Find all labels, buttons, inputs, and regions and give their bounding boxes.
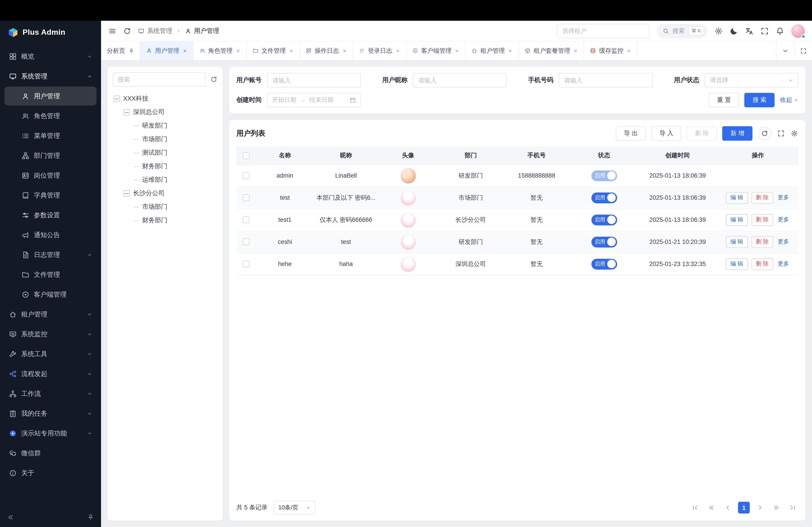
status-switch[interactable]: 启用 xyxy=(591,192,617,203)
status-switch[interactable]: 启用 xyxy=(591,170,617,181)
tab-loginlog[interactable]: 登录日志 xyxy=(353,42,406,60)
row-checkbox[interactable] xyxy=(243,261,249,268)
more-button[interactable]: 更多 xyxy=(777,192,790,204)
delete-row-button[interactable]: 删 除 xyxy=(751,192,773,204)
avatar[interactable] xyxy=(791,24,805,37)
close-icon[interactable] xyxy=(236,48,240,53)
tree-expander[interactable] xyxy=(124,109,130,116)
refresh-page-button[interactable] xyxy=(123,27,131,35)
tree-node[interactable]: 深圳总公司 xyxy=(113,105,217,119)
sidebar-item-param[interactable]: 参数设置 xyxy=(4,206,97,225)
collapse-sidebar-button[interactable] xyxy=(7,514,14,521)
sidebar-item-dict[interactable]: 字典管理 xyxy=(4,186,97,205)
tab-fullscreen-button[interactable] xyxy=(794,42,812,60)
tree-node[interactable]: 长沙分公司 xyxy=(113,187,217,200)
tree-node[interactable]: 财务部门 xyxy=(113,160,217,173)
prev-page-button[interactable] xyxy=(722,502,734,513)
sidebar-item-user[interactable]: 用户管理 xyxy=(4,87,97,105)
close-icon[interactable] xyxy=(289,48,293,53)
sidebar-item-system[interactable]: 系统管理 xyxy=(4,67,97,86)
tree-node[interactable]: 市场部门 xyxy=(113,200,217,214)
tab-file[interactable]: 文件管理 xyxy=(247,42,300,60)
fullscreen-table-button[interactable] xyxy=(777,130,785,137)
tree-node[interactable]: 市场部门 xyxy=(113,133,217,146)
theme-toggle-button[interactable] xyxy=(730,27,738,35)
delete-row-button[interactable]: 删 除 xyxy=(751,258,773,270)
tab-redis[interactable]: 缓存监控 xyxy=(584,42,637,60)
table-settings-button[interactable] xyxy=(791,130,798,137)
tab-overflow-button[interactable] xyxy=(776,42,794,60)
tab-user[interactable]: 用户管理 xyxy=(140,42,193,60)
first-page-button[interactable] xyxy=(689,502,701,513)
close-icon[interactable] xyxy=(455,48,459,53)
sidebar-item-wechat[interactable]: 微信群 xyxy=(4,443,97,463)
sidebar-item-about[interactable]: 关于 xyxy=(4,464,97,482)
settings-button[interactable] xyxy=(714,27,723,35)
delete-button[interactable]: 删 除 xyxy=(687,126,717,141)
date-range-picker[interactable]: 开始日期 → 结束日期 xyxy=(267,93,361,107)
sidebar-item-demo[interactable]: 演示站专用功能 xyxy=(4,424,97,443)
close-icon[interactable] xyxy=(183,48,187,53)
tree-expander[interactable] xyxy=(124,190,130,197)
sidebar-item-overview[interactable]: 概览 xyxy=(4,47,97,66)
tab-package[interactable]: 租户套餐管理 xyxy=(519,42,584,60)
export-button[interactable]: 导 出 xyxy=(616,126,646,141)
refresh-table-button[interactable] xyxy=(758,127,771,140)
more-button[interactable]: 更多 xyxy=(777,236,790,248)
tree-search-input[interactable] xyxy=(113,72,206,87)
phone-input[interactable] xyxy=(559,73,653,88)
edit-button[interactable]: 编 辑 xyxy=(726,214,748,226)
more-button[interactable]: 更多 xyxy=(777,214,790,226)
tree-expander[interactable] xyxy=(114,95,120,102)
sidebar-item-tenant[interactable]: 租户管理 xyxy=(4,305,97,324)
close-icon[interactable] xyxy=(395,48,400,53)
delete-row-button[interactable]: 删 除 xyxy=(751,214,773,226)
fullscreen-button[interactable] xyxy=(760,27,769,35)
tree-node[interactable]: XXX科技 xyxy=(113,92,217,105)
user-account-input[interactable] xyxy=(267,73,361,88)
close-icon[interactable] xyxy=(574,48,578,53)
edit-button[interactable]: 编 辑 xyxy=(726,236,748,248)
global-search[interactable]: 搜索 ⌘ K xyxy=(656,24,707,38)
add-button[interactable]: 新 增 xyxy=(722,126,752,141)
prev-pages-button[interactable] xyxy=(706,502,717,513)
sidebar-item-log[interactable]: 日志管理 xyxy=(4,245,97,264)
user-status-select[interactable]: 请选择 xyxy=(705,73,798,88)
sidebar-item-flow[interactable]: 流程发起 xyxy=(4,364,97,383)
tree-refresh-button[interactable] xyxy=(210,76,217,83)
close-icon[interactable] xyxy=(342,48,347,53)
tree-node[interactable]: 研发部门 xyxy=(113,119,217,133)
next-page-button[interactable] xyxy=(754,502,766,513)
close-icon[interactable] xyxy=(508,48,512,53)
tree-node[interactable]: 财务部门 xyxy=(113,214,217,227)
user-nickname-input[interactable] xyxy=(413,73,507,88)
pin-sidebar-button[interactable] xyxy=(87,514,94,521)
row-checkbox[interactable] xyxy=(243,195,249,201)
sidebar-item-sysmon[interactable]: 系统监控 xyxy=(4,325,97,344)
sidebar-item-dept[interactable]: 部门管理 xyxy=(4,146,97,165)
tab-analysis[interactable]: 分析页 xyxy=(101,42,140,60)
close-icon[interactable] xyxy=(627,48,631,53)
page-size-select[interactable]: 10条/页 xyxy=(274,501,315,514)
notifications-button[interactable] xyxy=(776,27,784,35)
last-page-button[interactable] xyxy=(787,502,798,513)
menu-toggle-button[interactable] xyxy=(108,27,116,35)
delete-row-button[interactable]: 删 除 xyxy=(751,236,773,248)
breadcrumb-item-system[interactable]: 系统管理 xyxy=(138,27,172,35)
row-checkbox[interactable] xyxy=(243,172,249,179)
tab-role[interactable]: 角色管理 xyxy=(193,42,247,60)
tree-node[interactable]: 测试部门 xyxy=(113,146,217,160)
tab-client[interactable]: 客户端管理 xyxy=(406,42,466,60)
import-button[interactable]: 导 入 xyxy=(651,126,681,141)
edit-button[interactable]: 编 辑 xyxy=(726,258,748,270)
tenant-select[interactable]: 选择租户 xyxy=(557,24,649,38)
sidebar-item-file[interactable]: 文件管理 xyxy=(4,265,97,284)
sidebar-item-notice[interactable]: 通知公告 xyxy=(4,225,97,244)
collapse-filters-link[interactable]: 收起 xyxy=(780,96,798,104)
sidebar-item-client[interactable]: 客户端管理 xyxy=(4,285,97,304)
tab-tenant[interactable]: 租户管理 xyxy=(466,42,519,60)
more-button[interactable]: 更多 xyxy=(777,258,790,270)
row-checkbox[interactable] xyxy=(243,216,249,223)
sidebar-item-tools[interactable]: 系统工具 xyxy=(4,344,97,363)
status-switch[interactable]: 启用 xyxy=(591,258,617,269)
